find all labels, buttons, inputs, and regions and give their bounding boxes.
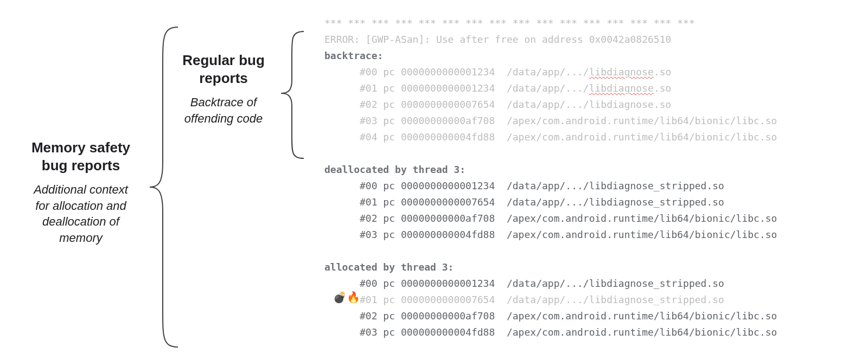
report-line: #04 pc 000000000004fd88 /apex/com.androi…: [324, 129, 777, 145]
annotation-title: Regular bug reports: [169, 52, 278, 87]
text: Additional context: [34, 183, 128, 196]
text: Memory safety: [31, 139, 130, 156]
report-line: #03 pc 000000000004fd88 /apex/com.androi…: [324, 227, 777, 243]
report-line: #00 pc 0000000000001234 /data/app/.../li…: [324, 178, 777, 194]
report-line: ERROR: [GWP-ASan]: Use after free on add…: [324, 31, 777, 48]
report-line: #01 pc 0000000000007654 /data/app/.../li…: [324, 292, 777, 308]
report-line: backtrace:: [324, 48, 777, 64]
annotation-memory-safety: Memory safety bug reports Additional con…: [13, 139, 149, 246]
annotation-subtitle: Additional context for allocation and de…: [13, 182, 149, 246]
report-line: [324, 145, 777, 162]
marker-emoji: 💣🔥: [333, 291, 360, 304]
text: bug reports: [42, 157, 120, 174]
report-line: *** *** *** *** *** *** *** *** *** *** …: [324, 15, 777, 31]
text: Backtrace of: [190, 95, 257, 109]
diagram-stage: Memory safety bug reports Additional con…: [0, 0, 868, 353]
text: offending code: [184, 112, 263, 125]
text: reports: [199, 70, 248, 86]
annotation-regular-reports: Regular bug reports Backtrace of offendi…: [169, 52, 278, 126]
report-line: #02 pc 0000000000007654 /data/app/.../li…: [324, 97, 777, 113]
report-line: deallocated by thread 3:: [324, 162, 777, 178]
text: deallocation of: [42, 215, 119, 228]
report-line: #01 pc 0000000000007654 /data/app/.../li…: [324, 194, 777, 210]
bomb-fire-icon: 💣🔥: [333, 291, 360, 303]
report-line: #01 pc 0000000000001234 /data/app/.../li…: [324, 80, 777, 97]
report-line: allocated by thread 3:: [324, 259, 777, 275]
report-line: #02 pc 00000000000af708 /apex/com.androi…: [324, 210, 777, 227]
annotation-subtitle: Backtrace of offending code: [169, 94, 278, 126]
report-line: #03 pc 00000000000af708 /apex/com.androi…: [324, 113, 777, 129]
report-line: #00 pc 0000000000001234 /data/app/.../li…: [324, 64, 777, 80]
text: memory: [59, 231, 102, 245]
report-line: #00 pc 0000000000001234 /data/app/.../li…: [324, 275, 777, 292]
report-line: #02 pc 00000000000af708 /apex/com.androi…: [324, 308, 777, 324]
report-line: #03 pc 000000000004fd88 /apex/com.androi…: [324, 324, 777, 341]
text: Regular bug: [182, 52, 265, 68]
text: for allocation and: [35, 199, 126, 213]
annotation-title: Memory safety bug reports: [13, 139, 149, 174]
crash-report-text: *** *** *** *** *** *** *** *** *** *** …: [324, 15, 777, 341]
report-line: [324, 243, 777, 259]
